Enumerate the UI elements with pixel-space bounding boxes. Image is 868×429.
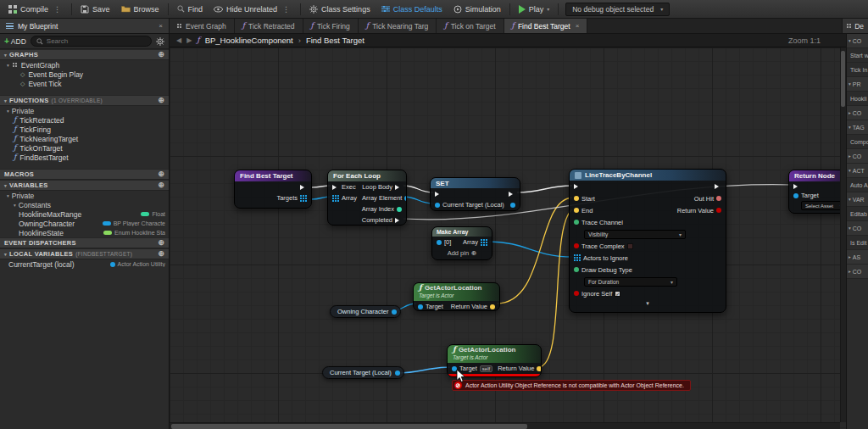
details-category[interactable]: ▾ACT: [847, 164, 868, 178]
variable-row-owningcharacter[interactable]: OwningCharacter BP Player Characte: [0, 219, 169, 228]
variable-row-hooklinestate[interactable]: HooklineState Enum Hookline Sta: [0, 228, 169, 237]
exec-in-pin[interactable]: [332, 185, 339, 190]
exec-out-pin[interactable]: [300, 185, 307, 190]
breadcrumb-current[interactable]: Find Best Target: [306, 36, 364, 45]
draw-debug-dropdown[interactable]: For Duration▾: [584, 277, 677, 287]
node-header[interactable]: SET: [431, 178, 520, 188]
bool-out-pin[interactable]: [716, 208, 721, 213]
details-category[interactable]: ▸AS: [847, 250, 868, 265]
start-in-pin[interactable]: [574, 196, 579, 201]
details-category[interactable]: ▾CO: [847, 34, 868, 48]
event-item-begin-play[interactable]: ◇ Event Begin Play: [0, 70, 169, 79]
class-defaults-button[interactable]: Class Defaults: [376, 3, 448, 16]
blueprint-searchbox[interactable]: [31, 36, 152, 47]
vertical-scrollbar[interactable]: [840, 47, 846, 422]
function-item-tickfiring[interactable]: ƒ TickFiring: [0, 125, 169, 134]
node-line-trace-by-channel[interactable]: LineTraceByChannel StartOut Hit EndRetur…: [569, 169, 726, 313]
save-button[interactable]: Save: [75, 3, 115, 16]
enum-in-pin[interactable]: [574, 220, 579, 225]
node-header[interactable]: Return Node: [789, 170, 846, 181]
details-property[interactable]: Tick In: [847, 63, 868, 77]
object-out-pin[interactable]: [395, 370, 400, 376]
details-category[interactable]: ▸CO: [847, 265, 868, 279]
node-header[interactable]: For Each Loop: [328, 170, 406, 181]
section-graphs[interactable]: ▾ GRAPHS ⊕: [0, 49, 169, 60]
class-settings-button[interactable]: Class Settings: [304, 3, 376, 16]
details-property[interactable]: Compo: [847, 135, 868, 149]
compile-options-icon[interactable]: ⋮: [52, 5, 63, 14]
tab-details[interactable]: De: [842, 19, 868, 33]
hide-unrelated-button[interactable]: Hide Unrelated ⋮: [209, 3, 297, 16]
object-out-pin[interactable]: [404, 196, 407, 201]
my-blueprint-panel-tab[interactable]: My Blueprint ×: [0, 19, 170, 33]
details-property[interactable]: Hookli: [847, 92, 868, 106]
debug-object-select[interactable]: No debug object selected ▾: [565, 3, 670, 16]
hide-unrelated-options-icon[interactable]: ⋮: [281, 5, 292, 14]
event-item-tick[interactable]: ◇ Event Tick: [0, 79, 169, 88]
object-in-pin[interactable]: [435, 203, 440, 208]
function-item-findbesttarget[interactable]: ƒ FindBestTarget: [0, 153, 169, 162]
variables-group-private[interactable]: ▾ Private: [0, 191, 169, 200]
tab-find-best-target[interactable]: ƒ Find Best Target ×: [504, 19, 588, 33]
play-caret-icon[interactable]: ▾: [547, 6, 549, 12]
details-property[interactable]: Start w: [847, 48, 868, 63]
array-elem-in-pin[interactable]: [437, 240, 442, 245]
add-dispatcher-icon[interactable]: ⊕: [158, 239, 164, 247]
section-variables[interactable]: ▾ VARIABLES ⊕: [0, 180, 169, 191]
section-functions[interactable]: ▾ FUNCTIONS (1 OVERRIDABLE) ⊕: [0, 95, 169, 106]
array-in-pin[interactable]: [332, 195, 339, 202]
details-property[interactable]: Auto A: [847, 178, 868, 192]
object-out-pin[interactable]: [510, 203, 515, 208]
function-item-ticknearingtarget[interactable]: ƒ TickNearingTarget: [0, 134, 169, 143]
browse-button[interactable]: Browse: [116, 3, 164, 16]
exec-out-pin[interactable]: [509, 192, 515, 197]
ignore-self-checkbox[interactable]: ✓: [615, 291, 620, 297]
exec-out-pin[interactable]: [395, 218, 402, 223]
node-for-each-loop[interactable]: For Each Loop ExecLoop Body ArrayArray E…: [327, 170, 407, 226]
close-icon[interactable]: ×: [576, 22, 580, 30]
tab-tick-retracted[interactable]: ƒ Tick Retracted: [235, 19, 303, 33]
scrollbar-thumb[interactable]: [841, 51, 845, 107]
tab-tick-on-target[interactable]: ƒ Tick on Target: [437, 19, 504, 33]
details-property[interactable]: Editab: [847, 207, 868, 221]
exec-out-pin[interactable]: [715, 184, 721, 189]
details-category[interactable]: ▾PR: [847, 77, 868, 92]
scrollbar-thumb[interactable]: [171, 424, 527, 429]
exec-in-pin[interactable]: [435, 192, 442, 197]
section-local-variables[interactable]: ▾ LOCAL VARIABLES (FINDBESTTARGET) ⊕: [0, 248, 169, 259]
exec-in-pin[interactable]: [793, 184, 800, 189]
exec-out-pin[interactable]: [395, 185, 402, 190]
function-item-tickontarget[interactable]: ƒ TickOnTarget: [0, 143, 169, 153]
node-collapse-arrow-icon[interactable]: ▾: [570, 299, 726, 308]
array-out-pin[interactable]: [300, 195, 307, 202]
search-input[interactable]: [47, 37, 146, 45]
details-category[interactable]: ▸CO: [847, 106, 868, 120]
vector-out-pin[interactable]: [537, 366, 542, 371]
tab-event-graph[interactable]: Event Graph: [170, 19, 235, 33]
add-function-icon[interactable]: ⊕: [158, 97, 164, 104]
add-graph-icon[interactable]: ⊕: [158, 51, 164, 58]
node-header[interactable]: ƒGetActorLocation Target is Actor: [448, 345, 541, 363]
node-get-actor-location-a[interactable]: ƒGetActorLocation Target is Actor Target…: [413, 282, 500, 311]
exec-in-pin[interactable]: [574, 184, 581, 189]
section-macros[interactable]: MACROS ⊕: [0, 169, 169, 180]
object-out-pin[interactable]: [392, 309, 397, 315]
trace-complex-checkbox[interactable]: [627, 243, 633, 249]
node-make-array[interactable]: Make Array [0]Array Add pin⊕: [431, 226, 492, 260]
details-category[interactable]: ▾CO: [847, 221, 868, 236]
int-out-pin[interactable]: [397, 207, 402, 212]
forward-arrow-icon[interactable]: ▶: [186, 36, 192, 44]
target-in-pin[interactable]: [418, 304, 423, 309]
add-pin-label[interactable]: Add pin: [448, 249, 469, 257]
array-out-pin[interactable]: [481, 239, 487, 246]
variable-row-hooklinemaxrange[interactable]: HooklineMaxRange Float: [0, 209, 169, 219]
play-button[interactable]: Play ▾: [514, 3, 555, 16]
add-macro-icon[interactable]: ⊕: [158, 170, 164, 178]
vector-out-pin[interactable]: [490, 304, 495, 309]
add-pin-icon[interactable]: ⊕: [471, 249, 476, 257]
add-button[interactable]: + ADD: [4, 36, 26, 46]
functions-group-private[interactable]: ▾ Private: [0, 106, 169, 115]
horizontal-scrollbar[interactable]: [170, 422, 840, 429]
node-owning-character-getter[interactable]: Owning Character: [330, 305, 401, 318]
details-category[interactable]: ▾TAG: [847, 120, 868, 135]
